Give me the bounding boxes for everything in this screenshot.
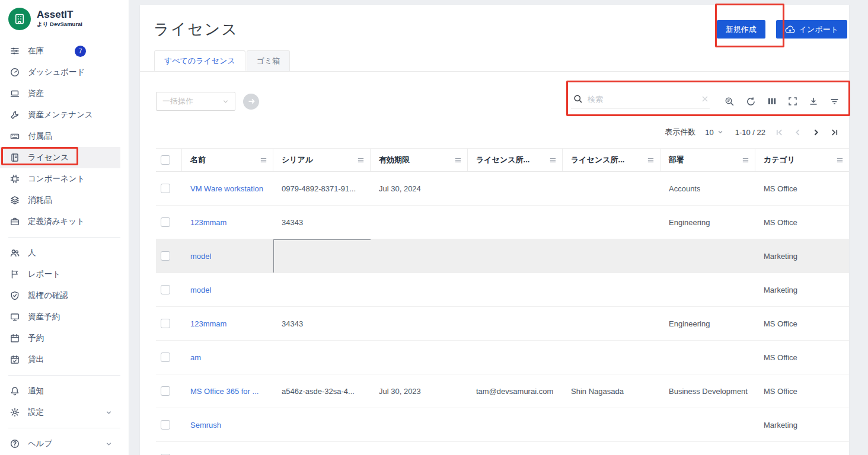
create-button[interactable]: 新規作成 xyxy=(717,20,765,39)
cell-text: Engineering xyxy=(669,319,710,328)
column-menu-icon[interactable] xyxy=(647,156,655,164)
cell-owner_name xyxy=(563,273,660,306)
column-label: ライセンス所... xyxy=(476,155,529,165)
chevron-down-icon xyxy=(222,98,229,105)
sidebar-item[interactable]: 在庫7 xyxy=(0,40,120,62)
sidebar-item[interactable]: 付属品 xyxy=(0,126,120,147)
cell-owner_name xyxy=(563,408,660,441)
sidebar-item[interactable]: 通知 xyxy=(0,380,120,402)
row-checkbox[interactable] xyxy=(161,285,170,294)
cell-owner_email xyxy=(468,307,563,340)
sidebar-item-label: 貸出 xyxy=(28,354,44,365)
cell-text: Marketing xyxy=(764,421,797,430)
refresh-icon[interactable] xyxy=(746,97,756,107)
sidebar-item[interactable]: 消耗品 xyxy=(0,190,120,211)
prev-page-button[interactable] xyxy=(793,128,802,137)
column-menu-icon[interactable] xyxy=(742,156,749,164)
sidebar-item[interactable]: 設定 xyxy=(0,402,120,423)
cell-serial: 34343 xyxy=(273,206,371,239)
cell-text: Marketing xyxy=(764,252,797,261)
tab-all-licenses[interactable]: すべてのライセンス xyxy=(154,50,245,71)
apply-bulk-action-button[interactable] xyxy=(243,94,259,110)
bulk-action-select[interactable]: 一括操作 xyxy=(156,92,235,111)
app-logo[interactable]: AssetIT より DevSamurai xyxy=(0,0,129,38)
column-header[interactable]: ライセンス所... xyxy=(563,149,660,171)
next-page-button[interactable] xyxy=(812,128,821,137)
column-menu-icon[interactable] xyxy=(549,156,557,164)
column-menu-icon[interactable] xyxy=(260,156,267,164)
select-all-checkbox[interactable] xyxy=(161,155,170,165)
page-size-select[interactable]: 10 xyxy=(705,128,723,137)
table-row: modelMarketing xyxy=(156,273,849,307)
cell-name[interactable]: model xyxy=(182,273,273,306)
cell-text: MS Office xyxy=(764,184,797,193)
sidebar-item[interactable]: 貸出 xyxy=(0,349,120,370)
row-checkbox[interactable] xyxy=(161,420,170,430)
table-toolbar: 一括操作 xyxy=(140,92,849,111)
cell-category: Marketing xyxy=(755,239,849,273)
sidebar-divider xyxy=(8,428,120,428)
cell-name[interactable]: Atlassian license1 xyxy=(182,442,273,455)
column-header[interactable]: シリアル xyxy=(273,149,371,171)
consumables-icon xyxy=(10,196,21,205)
column-header[interactable]: 名前 xyxy=(182,149,273,171)
kits-icon xyxy=(10,217,21,226)
sidebar-item[interactable]: ダッシュボード xyxy=(0,62,120,83)
row-checkbox[interactable] xyxy=(161,184,170,193)
sidebar-item[interactable]: 親権の確認 xyxy=(0,285,120,306)
sidebar-item[interactable]: コンポーネント xyxy=(0,168,120,190)
cell-name[interactable]: Semrush xyxy=(182,408,273,441)
cell-text: am xyxy=(190,353,201,362)
help-icon xyxy=(10,439,21,448)
column-menu-icon[interactable] xyxy=(836,156,844,164)
cell-name[interactable]: 123mmam xyxy=(182,206,273,239)
sidebar-item[interactable]: ヘルプ xyxy=(0,433,120,454)
cell-serial xyxy=(273,273,371,306)
row-checkbox[interactable] xyxy=(161,386,170,396)
filter-icon[interactable] xyxy=(829,97,840,107)
columns-icon[interactable] xyxy=(767,97,777,106)
sidebar-item[interactable]: 予約 xyxy=(0,328,120,349)
cell-text: 0979-4892-8371-91... xyxy=(282,184,356,193)
cell-name[interactable]: MS Office 365 for ... xyxy=(182,374,273,408)
cell-name[interactable]: model xyxy=(182,239,273,273)
column-menu-icon[interactable] xyxy=(454,156,462,164)
app-byline: より DevSamurai xyxy=(37,21,82,28)
sidebar-item[interactable]: レポート xyxy=(0,264,120,285)
sidebar-item-label: 人 xyxy=(28,248,36,258)
row-checkbox[interactable] xyxy=(161,353,170,362)
people-icon xyxy=(10,248,21,258)
sidebar-item[interactable]: 資産メンテナンス xyxy=(0,104,120,126)
column-header[interactable]: 部署 xyxy=(660,149,755,171)
sidebar-item[interactable]: ライセンス xyxy=(0,147,120,168)
sidebar-item[interactable]: 資産 xyxy=(0,83,120,104)
row-checkbox[interactable] xyxy=(161,251,170,261)
column-label: 名前 xyxy=(190,155,206,165)
clear-search-icon[interactable] xyxy=(701,95,709,102)
sidebar-item[interactable]: 資産予約 xyxy=(0,306,120,328)
fullscreen-icon[interactable] xyxy=(788,97,797,106)
sidebar-item[interactable]: 定義済みキット xyxy=(0,211,120,232)
cell-owner_name xyxy=(563,239,660,273)
cell-name[interactable]: VM Ware workstation xyxy=(182,172,273,205)
column-header[interactable]: 有効期限 xyxy=(371,149,468,171)
last-page-button[interactable] xyxy=(830,128,839,137)
cell-department: Accounts xyxy=(660,172,755,205)
cell-serial: 0979-4892-8371-91... xyxy=(273,172,371,205)
advanced-search-icon[interactable] xyxy=(725,97,735,107)
tab-trash[interactable]: ゴミ箱 xyxy=(247,50,291,71)
column-menu-icon[interactable] xyxy=(357,156,365,164)
import-button[interactable]: インポート xyxy=(776,20,847,39)
row-checkbox[interactable] xyxy=(161,217,170,227)
cell-name[interactable]: am xyxy=(182,341,273,374)
column-header[interactable]: カテゴリ xyxy=(755,149,849,171)
cell-name[interactable]: 123mmam xyxy=(182,307,273,340)
sidebar-item[interactable]: 人 xyxy=(0,242,120,264)
import-button-label: インポート xyxy=(799,24,838,35)
search-input[interactable] xyxy=(588,95,697,104)
download-icon[interactable] xyxy=(809,97,818,106)
row-checkbox[interactable] xyxy=(161,319,170,328)
column-header[interactable]: ライセンス所... xyxy=(468,149,563,171)
count-badge: 7 xyxy=(75,46,86,57)
first-page-button[interactable] xyxy=(775,128,784,137)
